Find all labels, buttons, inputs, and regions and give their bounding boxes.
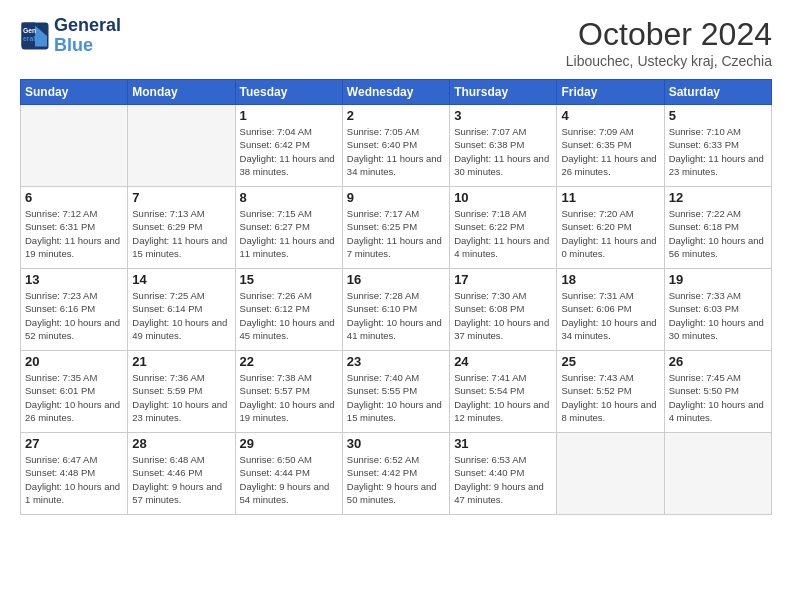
month-title: October 2024 (566, 16, 772, 53)
day-number: 3 (454, 108, 552, 123)
day-info: Sunrise: 6:48 AMSunset: 4:46 PMDaylight:… (132, 453, 230, 506)
header: Gen eral General Blue October 2024 Libou… (20, 16, 772, 69)
day-number: 6 (25, 190, 123, 205)
logo-line1: General (54, 16, 121, 36)
day-number: 27 (25, 436, 123, 451)
day-info: Sunrise: 7:20 AMSunset: 6:20 PMDaylight:… (561, 207, 659, 260)
day-number: 19 (669, 272, 767, 287)
calendar-cell: 15Sunrise: 7:26 AMSunset: 6:12 PMDayligh… (235, 269, 342, 351)
calendar-table: SundayMondayTuesdayWednesdayThursdayFrid… (20, 79, 772, 515)
day-info: Sunrise: 6:52 AMSunset: 4:42 PMDaylight:… (347, 453, 445, 506)
day-number: 1 (240, 108, 338, 123)
day-info: Sunrise: 7:40 AMSunset: 5:55 PMDaylight:… (347, 371, 445, 424)
calendar-cell: 6Sunrise: 7:12 AMSunset: 6:31 PMDaylight… (21, 187, 128, 269)
day-number: 5 (669, 108, 767, 123)
day-info: Sunrise: 7:07 AMSunset: 6:38 PMDaylight:… (454, 125, 552, 178)
day-number: 25 (561, 354, 659, 369)
calendar-week-2: 13Sunrise: 7:23 AMSunset: 6:16 PMDayligh… (21, 269, 772, 351)
day-number: 31 (454, 436, 552, 451)
calendar-week-1: 6Sunrise: 7:12 AMSunset: 6:31 PMDaylight… (21, 187, 772, 269)
day-info: Sunrise: 7:13 AMSunset: 6:29 PMDaylight:… (132, 207, 230, 260)
svg-marker-2 (35, 36, 47, 47)
day-info: Sunrise: 7:25 AMSunset: 6:14 PMDaylight:… (132, 289, 230, 342)
calendar-cell: 28Sunrise: 6:48 AMSunset: 4:46 PMDayligh… (128, 433, 235, 515)
calendar-cell: 21Sunrise: 7:36 AMSunset: 5:59 PMDayligh… (128, 351, 235, 433)
day-info: Sunrise: 7:33 AMSunset: 6:03 PMDaylight:… (669, 289, 767, 342)
day-number: 13 (25, 272, 123, 287)
day-number: 18 (561, 272, 659, 287)
calendar-cell: 12Sunrise: 7:22 AMSunset: 6:18 PMDayligh… (664, 187, 771, 269)
page: Gen eral General Blue October 2024 Libou… (0, 0, 792, 525)
calendar-cell: 13Sunrise: 7:23 AMSunset: 6:16 PMDayligh… (21, 269, 128, 351)
calendar-cell: 20Sunrise: 7:35 AMSunset: 6:01 PMDayligh… (21, 351, 128, 433)
weekday-row: SundayMondayTuesdayWednesdayThursdayFrid… (21, 80, 772, 105)
weekday-header-monday: Monday (128, 80, 235, 105)
calendar-cell: 2Sunrise: 7:05 AMSunset: 6:40 PMDaylight… (342, 105, 449, 187)
calendar-cell: 25Sunrise: 7:43 AMSunset: 5:52 PMDayligh… (557, 351, 664, 433)
day-number: 30 (347, 436, 445, 451)
day-info: Sunrise: 7:26 AMSunset: 6:12 PMDaylight:… (240, 289, 338, 342)
day-info: Sunrise: 7:30 AMSunset: 6:08 PMDaylight:… (454, 289, 552, 342)
logo: Gen eral General Blue (20, 16, 121, 56)
calendar-cell: 31Sunrise: 6:53 AMSunset: 4:40 PMDayligh… (450, 433, 557, 515)
day-number: 2 (347, 108, 445, 123)
calendar-header: SundayMondayTuesdayWednesdayThursdayFrid… (21, 80, 772, 105)
day-number: 16 (347, 272, 445, 287)
day-info: Sunrise: 7:36 AMSunset: 5:59 PMDaylight:… (132, 371, 230, 424)
calendar-cell: 27Sunrise: 6:47 AMSunset: 4:48 PMDayligh… (21, 433, 128, 515)
day-number: 4 (561, 108, 659, 123)
day-info: Sunrise: 7:18 AMSunset: 6:22 PMDaylight:… (454, 207, 552, 260)
svg-text:Gen: Gen (23, 27, 36, 34)
day-info: Sunrise: 7:17 AMSunset: 6:25 PMDaylight:… (347, 207, 445, 260)
day-info: Sunrise: 7:04 AMSunset: 6:42 PMDaylight:… (240, 125, 338, 178)
calendar-cell: 5Sunrise: 7:10 AMSunset: 6:33 PMDaylight… (664, 105, 771, 187)
calendar-cell: 26Sunrise: 7:45 AMSunset: 5:50 PMDayligh… (664, 351, 771, 433)
day-info: Sunrise: 7:22 AMSunset: 6:18 PMDaylight:… (669, 207, 767, 260)
calendar-cell: 9Sunrise: 7:17 AMSunset: 6:25 PMDaylight… (342, 187, 449, 269)
calendar-cell: 18Sunrise: 7:31 AMSunset: 6:06 PMDayligh… (557, 269, 664, 351)
calendar-cell (21, 105, 128, 187)
day-info: Sunrise: 7:43 AMSunset: 5:52 PMDaylight:… (561, 371, 659, 424)
day-number: 15 (240, 272, 338, 287)
day-number: 21 (132, 354, 230, 369)
day-info: Sunrise: 7:38 AMSunset: 5:57 PMDaylight:… (240, 371, 338, 424)
calendar-cell: 8Sunrise: 7:15 AMSunset: 6:27 PMDaylight… (235, 187, 342, 269)
calendar-cell (128, 105, 235, 187)
logo-line2: Blue (54, 36, 121, 56)
calendar-week-3: 20Sunrise: 7:35 AMSunset: 6:01 PMDayligh… (21, 351, 772, 433)
calendar-cell: 3Sunrise: 7:07 AMSunset: 6:38 PMDaylight… (450, 105, 557, 187)
day-number: 11 (561, 190, 659, 205)
calendar-cell: 1Sunrise: 7:04 AMSunset: 6:42 PMDaylight… (235, 105, 342, 187)
day-info: Sunrise: 7:09 AMSunset: 6:35 PMDaylight:… (561, 125, 659, 178)
weekday-header-thursday: Thursday (450, 80, 557, 105)
calendar-week-4: 27Sunrise: 6:47 AMSunset: 4:48 PMDayligh… (21, 433, 772, 515)
calendar-cell: 23Sunrise: 7:40 AMSunset: 5:55 PMDayligh… (342, 351, 449, 433)
weekday-header-saturday: Saturday (664, 80, 771, 105)
day-info: Sunrise: 7:31 AMSunset: 6:06 PMDaylight:… (561, 289, 659, 342)
weekday-header-sunday: Sunday (21, 80, 128, 105)
day-number: 12 (669, 190, 767, 205)
day-number: 24 (454, 354, 552, 369)
calendar-body: 1Sunrise: 7:04 AMSunset: 6:42 PMDaylight… (21, 105, 772, 515)
calendar-cell: 19Sunrise: 7:33 AMSunset: 6:03 PMDayligh… (664, 269, 771, 351)
day-number: 22 (240, 354, 338, 369)
day-number: 20 (25, 354, 123, 369)
day-info: Sunrise: 6:53 AMSunset: 4:40 PMDaylight:… (454, 453, 552, 506)
calendar-cell: 4Sunrise: 7:09 AMSunset: 6:35 PMDaylight… (557, 105, 664, 187)
day-number: 9 (347, 190, 445, 205)
day-info: Sunrise: 7:05 AMSunset: 6:40 PMDaylight:… (347, 125, 445, 178)
weekday-header-wednesday: Wednesday (342, 80, 449, 105)
day-number: 7 (132, 190, 230, 205)
logo-text: General Blue (54, 16, 121, 56)
day-number: 8 (240, 190, 338, 205)
day-number: 23 (347, 354, 445, 369)
day-number: 26 (669, 354, 767, 369)
calendar-cell: 14Sunrise: 7:25 AMSunset: 6:14 PMDayligh… (128, 269, 235, 351)
day-number: 10 (454, 190, 552, 205)
day-info: Sunrise: 7:41 AMSunset: 5:54 PMDaylight:… (454, 371, 552, 424)
day-info: Sunrise: 6:50 AMSunset: 4:44 PMDaylight:… (240, 453, 338, 506)
day-info: Sunrise: 7:35 AMSunset: 6:01 PMDaylight:… (25, 371, 123, 424)
calendar-cell: 10Sunrise: 7:18 AMSunset: 6:22 PMDayligh… (450, 187, 557, 269)
weekday-header-tuesday: Tuesday (235, 80, 342, 105)
calendar-cell (557, 433, 664, 515)
